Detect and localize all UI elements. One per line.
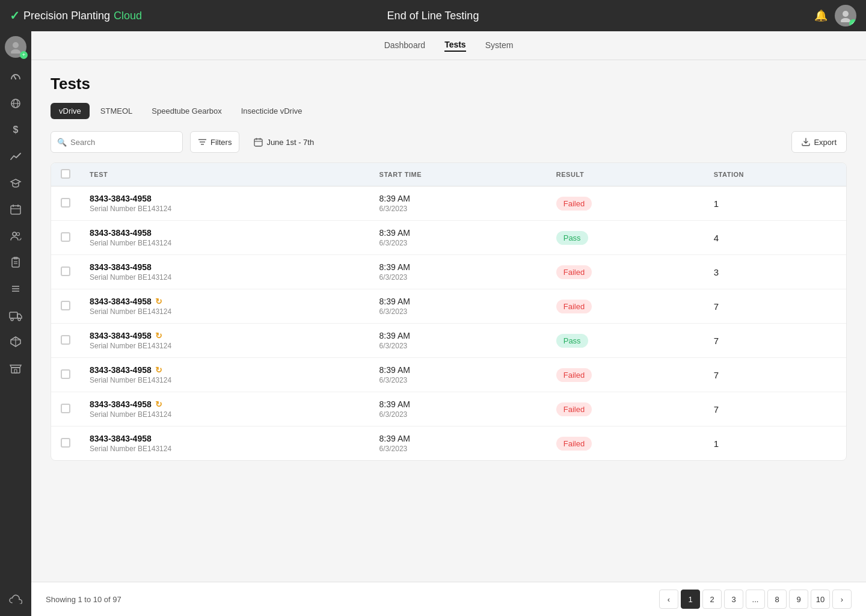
row-checkbox-0[interactable] — [61, 198, 70, 208]
subnav-tests[interactable]: Tests — [444, 40, 466, 52]
row-station-cell: 7 — [704, 392, 846, 427]
col-header-station: STATION — [704, 163, 846, 186]
pagination-page-3[interactable]: 3 — [724, 590, 743, 609]
sidebar-item-cube[interactable] — [4, 330, 28, 354]
tab-vdrive[interactable]: vDrive — [51, 103, 90, 119]
row-test-cell: 8343-3843-4958 Serial Number BE143124 — [80, 427, 370, 461]
row-checkbox-2[interactable] — [61, 266, 70, 276]
sidebar-item-truck[interactable] — [4, 303, 28, 327]
row-result-cell: Failed — [547, 392, 704, 427]
tests-table: TEST START TIME RESULT STATION 8343-3843… — [51, 163, 846, 460]
search-icon: 🔍 — [57, 138, 67, 147]
row-checkbox-4[interactable] — [61, 335, 70, 345]
test-name: 8343-3843-4958 — [90, 262, 360, 272]
test-serial: Serial Number BE143124 — [90, 445, 360, 453]
filter-button[interactable]: Filters — [190, 131, 239, 153]
pagination-next[interactable]: › — [832, 590, 852, 609]
sidebar-item-users[interactable] — [4, 224, 28, 248]
pagination-page-9[interactable]: 9 — [789, 590, 808, 609]
result-badge: Pass — [556, 231, 588, 245]
sidebar-item-list[interactable] — [4, 277, 28, 301]
pagination-prev[interactable]: ‹ — [659, 590, 678, 609]
sidebar-item-calendar[interactable] — [4, 197, 28, 221]
svg-rect-29 — [14, 369, 17, 373]
test-serial: Serial Number BE143124 — [90, 376, 360, 384]
sidebar-item-dollar[interactable]: $ — [4, 118, 28, 142]
table-row: 8343-3843-4958↻ Serial Number BE143124 8… — [51, 324, 846, 358]
result-badge: Failed — [556, 197, 592, 211]
toolbar: 🔍 Filters June 1st - 7th Export — [51, 131, 847, 153]
table-row: 8343-3843-4958 Serial Number BE143124 8:… — [51, 427, 846, 461]
row-checkbox-3[interactable] — [61, 301, 70, 310]
date-range-button[interactable]: June 1st - 7th — [247, 131, 321, 153]
main-layout: $ — [0, 31, 866, 616]
subnav-dashboard[interactable]: Dashboard — [384, 40, 426, 51]
sidebar-item-chart[interactable] — [4, 144, 28, 168]
row-checkbox-cell — [51, 289, 80, 324]
calendar-icon — [254, 138, 263, 147]
row-checkbox-1[interactable] — [61, 232, 70, 242]
pagination-controls: ‹ 1 2 3 ... 8 9 10 › — [659, 590, 852, 609]
row-checkbox-cell — [51, 255, 80, 289]
tab-speedtube[interactable]: Speedtube Gearbox — [143, 103, 230, 119]
header-title: End of Line Testing — [387, 10, 479, 22]
export-icon — [802, 138, 810, 146]
row-time-cell: 8:39 AM 6/3/2023 — [370, 324, 547, 358]
col-header-test: TEST — [80, 163, 370, 186]
tab-insecticide[interactable]: Insecticide vDrive — [233, 103, 311, 119]
table-row: 8343-3843-4958 Serial Number BE143124 8:… — [51, 255, 846, 289]
svg-point-3 — [11, 49, 20, 54]
test-time: 8:39 AM — [379, 194, 537, 203]
row-checkbox-6[interactable] — [61, 404, 70, 413]
pagination-page-10[interactable]: 10 — [811, 590, 830, 609]
refresh-icon[interactable]: ↻ — [155, 297, 162, 306]
pagination-page-8[interactable]: 8 — [767, 590, 787, 609]
page-title: Tests — [51, 75, 847, 93]
pagination-page-2[interactable]: 2 — [702, 590, 722, 609]
row-station-cell: 7 — [704, 358, 846, 392]
export-label: Export — [814, 138, 837, 147]
user-avatar[interactable] — [835, 5, 856, 26]
row-time-cell: 8:39 AM 6/3/2023 — [370, 186, 547, 221]
tab-stmeol[interactable]: STMEOL — [92, 103, 141, 119]
sidebar-item-store[interactable] — [4, 356, 28, 380]
export-button[interactable]: Export — [791, 131, 847, 153]
select-all-checkbox[interactable] — [61, 169, 70, 179]
row-checkbox-7[interactable] — [61, 438, 70, 448]
sidebar-item-speedometer[interactable] — [4, 65, 28, 89]
bell-icon[interactable]: 🔔 — [814, 9, 828, 22]
svg-rect-33 — [254, 139, 262, 146]
search-input[interactable] — [70, 138, 176, 147]
pagination-page-1[interactable]: 1 — [681, 590, 700, 609]
search-box[interactable]: 🔍 — [51, 131, 183, 153]
brand-logo-icon: ✓ — [10, 8, 20, 23]
refresh-icon[interactable]: ↻ — [155, 399, 162, 409]
result-badge: Failed — [556, 265, 592, 279]
sidebar-item-clipboard[interactable] — [4, 250, 28, 274]
refresh-icon[interactable]: ↻ — [155, 331, 162, 340]
test-time: 8:39 AM — [379, 399, 537, 409]
svg-point-0 — [843, 11, 849, 17]
test-name: 8343-3843-4958↻ — [90, 365, 360, 375]
row-result-cell: Failed — [547, 255, 704, 289]
row-test-cell: 8343-3843-4958 Serial Number BE143124 — [80, 186, 370, 221]
sidebar-item-graduation[interactable] — [4, 171, 28, 195]
table-header-row: TEST START TIME RESULT STATION — [51, 163, 846, 186]
pagination-info: Showing 1 to 10 of 97 — [46, 595, 121, 604]
row-checkbox-cell — [51, 358, 80, 392]
sidebar-item-globe[interactable] — [4, 91, 28, 116]
row-station-cell: 4 — [704, 221, 846, 255]
test-name: 8343-3843-4958↻ — [90, 331, 360, 340]
row-station-cell: 1 — [704, 427, 846, 461]
svg-rect-15 — [12, 258, 19, 267]
test-date: 6/3/2023 — [379, 273, 537, 282]
row-checkbox-5[interactable] — [61, 369, 70, 379]
refresh-icon[interactable]: ↻ — [155, 365, 162, 375]
svg-point-2 — [13, 42, 19, 48]
sidebar-avatar[interactable] — [5, 36, 26, 58]
subnav-system[interactable]: System — [485, 40, 514, 51]
row-result-cell: Failed — [547, 358, 704, 392]
row-checkbox-cell — [51, 324, 80, 358]
row-time-cell: 8:39 AM 6/3/2023 — [370, 255, 547, 289]
sidebar-item-cloud[interactable] — [4, 587, 28, 611]
